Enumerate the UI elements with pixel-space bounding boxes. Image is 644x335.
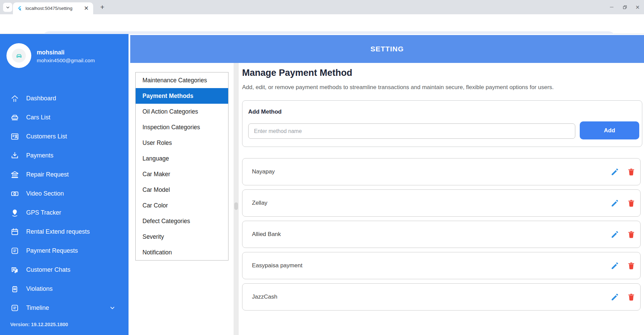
browser-tab[interactable]: localhost:50475/setting ✕ xyxy=(13,2,93,14)
sidebar-item-label: GPS Tracker xyxy=(26,209,61,216)
settings-nav-notification[interactable]: Notification xyxy=(136,245,228,260)
sidebar-item-payment-requests[interactable]: Payment Requests xyxy=(0,241,129,260)
payment-method-row: Nayapay xyxy=(242,158,641,185)
sidebar-item-label: Customer Chats xyxy=(26,266,70,273)
settings-nav-user-roles[interactable]: User Roles xyxy=(136,135,228,151)
edit-button[interactable] xyxy=(609,197,621,209)
pencil-icon xyxy=(610,292,620,302)
window-restore-button[interactable] xyxy=(618,0,631,14)
sidebar-item-label: Cars List xyxy=(26,114,50,121)
tab-close-icon[interactable]: ✕ xyxy=(83,5,90,11)
window-controls: × xyxy=(605,0,644,14)
sidebar-item-customer-chats[interactable]: Customer Chats xyxy=(0,260,129,279)
sidebar-item-label: Repair Request xyxy=(26,171,69,178)
payment-method-list: NayapayZellayAllied BankEasypaisa paymen… xyxy=(242,158,641,315)
chevron-down-icon[interactable] xyxy=(109,305,116,311)
edit-button[interactable] xyxy=(609,166,621,178)
trash-icon xyxy=(627,292,636,302)
edit-button[interactable] xyxy=(609,229,621,240)
payments-download-icon xyxy=(10,151,19,160)
delete-button[interactable] xyxy=(625,229,637,240)
sidebar-item-dashboard[interactable]: Dashboard xyxy=(0,89,129,108)
payment-method-row: Allied Bank xyxy=(242,221,641,248)
add-method-label: Add Method xyxy=(248,108,282,115)
page-header: SETTING xyxy=(130,35,644,63)
add-method-card: Add Method Add xyxy=(242,100,642,147)
settings-nav: Maintenance CategoriesPayment MethodsOil… xyxy=(135,72,228,261)
pencil-icon xyxy=(610,199,620,208)
scrollbar-thumb[interactable] xyxy=(234,202,238,210)
calendar-icon xyxy=(10,227,19,236)
settings-nav-car-model[interactable]: Car Model xyxy=(136,182,228,198)
payment-method-row: Zellay xyxy=(242,189,641,217)
settings-nav-severity[interactable]: Severity xyxy=(136,229,228,245)
payment-method-name: JazzCash xyxy=(252,294,604,300)
user-email: mohxin4500@gmail.com xyxy=(37,57,95,64)
timeline-icon xyxy=(10,303,19,313)
repair-bank-icon xyxy=(10,170,19,179)
settings-nav-defect-categories[interactable]: Defect Categories xyxy=(136,213,228,229)
settings-nav-language[interactable]: Language xyxy=(136,151,228,166)
edit-button[interactable] xyxy=(609,260,621,271)
scrollbar-track[interactable] xyxy=(234,63,239,335)
sidebar-item-video-section[interactable]: Video Section xyxy=(0,184,129,203)
sidebar-item-label: Payments xyxy=(26,152,53,159)
sidebar-menu: DashboardCars ListCustomers ListPayments… xyxy=(0,89,129,317)
tab-title: localhost:50475/setting xyxy=(26,6,83,11)
user-name: mohsinali xyxy=(37,49,65,56)
delete-button[interactable] xyxy=(625,197,637,209)
delete-button[interactable] xyxy=(625,291,637,303)
sidebar-item-label: Payment Requests xyxy=(26,247,78,254)
settings-nav-maintenance-categories[interactable]: Maintenance Categories xyxy=(136,72,228,88)
violation-ticket-icon xyxy=(10,284,19,294)
trash-icon xyxy=(627,199,636,208)
browser-toolbar: localhost:50475/setting xyxy=(0,14,644,34)
sidebar-item-payments[interactable]: Payments xyxy=(0,146,129,165)
settings-nav-car-maker[interactable]: Car Maker xyxy=(136,166,228,182)
sidebar-item-label: Dashboard xyxy=(26,95,56,102)
chevron-down-icon xyxy=(5,5,10,10)
settings-nav-oil-action-categories[interactable]: Oil Action Categories xyxy=(136,104,228,119)
pencil-icon xyxy=(610,167,620,177)
new-tab-button[interactable]: + xyxy=(98,3,107,12)
sidebar: mohsinali mohxin4500@gmail.com Dashboard… xyxy=(0,34,129,335)
settings-nav-inspection-categories[interactable]: Inspection Categories xyxy=(136,119,228,135)
flutter-favicon xyxy=(17,6,22,11)
car-icon xyxy=(10,113,19,122)
sidebar-item-gps-tracker[interactable]: GPS Tracker xyxy=(0,203,129,222)
delete-button[interactable] xyxy=(625,260,637,271)
sidebar-item-cars-list[interactable]: Cars List xyxy=(0,108,129,127)
window-minimize-button[interactable] xyxy=(605,0,618,14)
pencil-icon xyxy=(610,261,620,270)
video-camera-icon xyxy=(10,189,19,198)
avatar[interactable] xyxy=(6,43,31,68)
tab-search-button[interactable] xyxy=(3,3,12,12)
settings-nav-car-color[interactable]: Car Color xyxy=(136,198,228,213)
sidebar-item-violations[interactable]: Violations xyxy=(0,279,129,298)
location-pin-icon xyxy=(10,208,19,217)
settings-nav-payment-methods[interactable]: Payment Methods xyxy=(136,88,228,104)
sidebar-item-customers-list[interactable]: Customers List xyxy=(0,127,129,146)
sidebar-item-label: Timeline xyxy=(26,304,49,312)
sidebar-item-repair-request[interactable]: Repair Request xyxy=(0,165,129,184)
sidebar-item-label: Video Section xyxy=(26,190,64,197)
payment-method-name: Easypaisa payment xyxy=(252,262,604,269)
sidebar-item-rental-extend-requests[interactable]: Rental Extend requests xyxy=(0,222,129,241)
method-name-input[interactable] xyxy=(248,123,575,139)
message-lines-icon xyxy=(10,246,19,255)
payment-method-row: JazzCash xyxy=(242,283,641,311)
section-title: Manage Payment Method xyxy=(242,68,352,78)
payment-method-name: Nayapay xyxy=(252,168,604,175)
delete-button[interactable] xyxy=(625,166,637,178)
home-icon xyxy=(10,94,19,103)
window-close-button[interactable]: × xyxy=(631,0,644,14)
edit-button[interactable] xyxy=(609,291,621,303)
app-root: mohsinali mohxin4500@gmail.com Dashboard… xyxy=(0,34,644,335)
trash-icon xyxy=(627,261,636,270)
avatar-car-icon xyxy=(12,49,26,63)
sidebar-item-label: Violations xyxy=(26,285,53,292)
chat-bubbles-icon xyxy=(10,265,19,274)
pencil-icon xyxy=(610,230,620,239)
sidebar-item-timeline[interactable]: Timeline xyxy=(0,298,129,317)
add-button[interactable]: Add xyxy=(580,121,639,139)
